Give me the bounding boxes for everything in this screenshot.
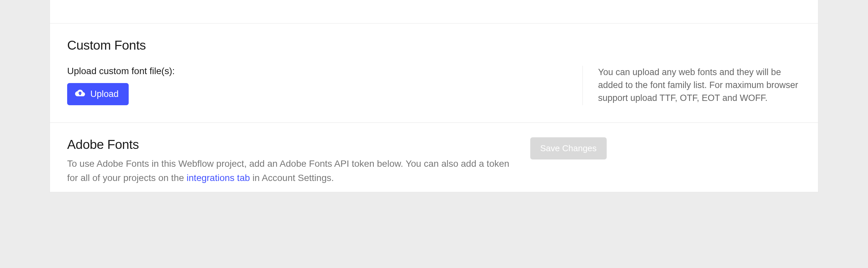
integrations-tab-link[interactable]: integrations tab (187, 173, 250, 183)
save-changes-button[interactable]: Save Changes (530, 137, 607, 159)
upload-label: Upload custom font file(s): (67, 66, 556, 77)
help-text: You can upload any web fonts and they wi… (583, 66, 801, 105)
settings-card: Custom Fonts Upload custom font file(s):… (50, 0, 818, 192)
cloud-upload-icon (75, 88, 85, 100)
custom-fonts-row: Upload custom font file(s): Upload You c… (67, 66, 801, 105)
upload-column: Upload custom font file(s): Upload (67, 66, 556, 105)
previous-section-spacer (50, 0, 818, 23)
adobe-fonts-title: Adobe Fonts (67, 137, 510, 152)
custom-fonts-title: Custom Fonts (67, 38, 801, 53)
adobe-fonts-section: Adobe Fonts To use Adobe Fonts in this W… (50, 122, 818, 192)
upload-button-label: Upload (90, 89, 119, 99)
adobe-desc-part-2: in Account Settings. (250, 173, 334, 183)
custom-fonts-section: Custom Fonts Upload custom font file(s):… (50, 23, 818, 122)
adobe-fonts-description: To use Adobe Fonts in this Webflow proje… (67, 156, 510, 185)
adobe-fonts-content: Adobe Fonts To use Adobe Fonts in this W… (67, 137, 510, 185)
upload-button[interactable]: Upload (67, 83, 129, 105)
